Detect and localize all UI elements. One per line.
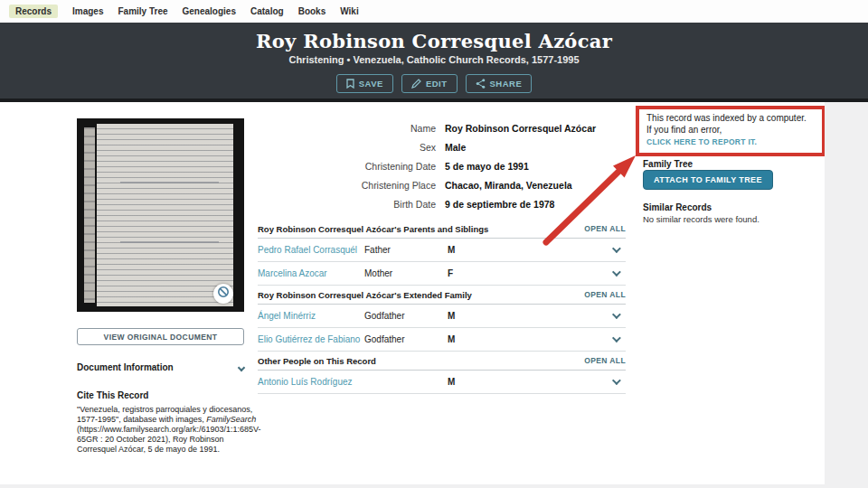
top-navigation: Records Images Family Tree Genealogies C… — [0, 0, 868, 23]
share-button[interactable]: SHARE — [466, 74, 533, 93]
report-error-link[interactable]: CLICK HERE TO REPORT IT. — [646, 137, 815, 146]
family-tree-heading: Family Tree — [643, 159, 693, 169]
detail-value: Roy Robinson Corresquel Azócar — [445, 123, 596, 134]
person-link[interactable]: Marcelina Azocar — [258, 268, 364, 278]
nav-books[interactable]: Books — [298, 6, 326, 16]
open-all-link[interactable]: OPEN ALL — [584, 356, 626, 365]
restricted-image-badge — [213, 284, 233, 304]
section-title: Roy Robinson Corresquel Azócar's Extende… — [258, 290, 472, 300]
document-information-toggle[interactable]: Document Information — [77, 362, 244, 372]
chevron-down-icon[interactable] — [612, 267, 621, 277]
person-role: Father — [364, 245, 448, 255]
share-button-label: SHARE — [490, 79, 523, 89]
citation-source-name: FamilySearch — [206, 415, 256, 424]
chevron-down-icon — [238, 363, 245, 371]
bookmark-icon — [346, 79, 354, 89]
family-row-other-person[interactable]: Antonio Luís Rodríguez M — [258, 371, 626, 394]
detail-row-birth-date: Birth Date 9 de septiembre de 1978 — [258, 194, 626, 213]
circle-slash-icon — [217, 286, 230, 302]
save-button[interactable]: SAVE — [336, 74, 393, 93]
view-original-document-button[interactable]: VIEW ORIGINAL DOCUMENT — [77, 328, 244, 345]
notice-text-line1: This record was indexed by a computer. — [646, 113, 815, 125]
citation-part2: (https://www.familysearch.org/ark:/61903… — [77, 425, 261, 454]
nav-records[interactable]: Records — [9, 5, 58, 18]
detail-row-christening-place: Christening Place Chacao, Miranda, Venez… — [258, 175, 626, 194]
person-link[interactable]: Ángel Minérriz — [258, 311, 364, 321]
detail-value: Chacao, Miranda, Venezuela — [445, 180, 572, 191]
detail-label: Name — [258, 123, 436, 134]
person-link[interactable]: Pedro Rafael Corrasquél — [258, 245, 364, 255]
person-role: Godfather — [364, 311, 448, 321]
nav-images[interactable]: Images — [72, 6, 103, 16]
entry-divider — [120, 182, 219, 183]
person-role: Mother — [364, 268, 448, 278]
section-header-extended-family: Roy Robinson Corresquel Azócar's Extende… — [258, 286, 626, 305]
person-role: Godfather — [364, 334, 448, 344]
pencil-icon — [411, 79, 421, 89]
family-row-godfather-2[interactable]: Elio Gutiérrez de Fabiano Godfather M — [258, 328, 626, 352]
person-sex: M — [448, 334, 455, 344]
nav-wiki[interactable]: Wiki — [340, 6, 358, 16]
chevron-down-icon[interactable] — [612, 310, 621, 319]
detail-value: Male — [445, 142, 466, 153]
citation-text: "Venezuela, registros parroquiales y dio… — [77, 405, 263, 455]
record-actions: SAVE EDIT SHARE — [0, 74, 868, 93]
detail-row-name: Name Roy Robinson Corresquel Azócar — [258, 118, 626, 137]
similar-records-empty-text: No similar records were found. — [643, 214, 760, 224]
detail-label: Christening Date — [258, 161, 436, 172]
chevron-down-icon[interactable] — [612, 376, 621, 385]
similar-records-heading: Similar Records — [643, 202, 712, 212]
book-spine-edge — [84, 127, 95, 303]
chevron-down-icon[interactable] — [612, 333, 621, 343]
detail-row-christening-date: Christening Date 5 de mayo de 1991 — [258, 156, 626, 175]
detail-label: Sex — [258, 142, 436, 153]
section-title: Roy Robinson Corresquel Azócar's Parents… — [258, 224, 488, 234]
detail-value: 5 de mayo de 1991 — [445, 161, 529, 172]
record-subtitle: Christening • Venezuela, Catholic Church… — [0, 54, 868, 65]
section-title: Other People on This Record — [258, 356, 376, 366]
page-background-rail — [825, 102, 868, 488]
document-information-label: Document Information — [77, 362, 174, 372]
person-sex: M — [448, 245, 455, 255]
edit-button[interactable]: EDIT — [401, 74, 458, 93]
person-link[interactable]: Elio Gutiérrez de Fabiano — [258, 334, 364, 344]
chevron-down-icon[interactable] — [612, 244, 621, 253]
edit-button-label: EDIT — [426, 79, 448, 89]
cite-this-record-heading: Cite This Record — [77, 390, 148, 400]
save-button-label: SAVE — [359, 79, 383, 89]
notice-text-line2: If you find an error, — [646, 125, 815, 136]
attach-to-family-tree-button[interactable]: ATTACH TO FAMILY TREE — [643, 170, 773, 190]
person-sex: M — [448, 311, 455, 321]
open-all-link[interactable]: OPEN ALL — [584, 290, 626, 299]
record-details: Name Roy Robinson Corresquel Azócar Sex … — [258, 118, 626, 213]
family-row-godfather-1[interactable]: Ángel Minérriz Godfather M — [258, 305, 626, 328]
nav-catalog[interactable]: Catalog — [250, 6, 284, 16]
person-link[interactable]: Antonio Luís Rodríguez — [258, 377, 364, 387]
detail-value: 9 de septiembre de 1978 — [445, 199, 554, 210]
entry-divider — [120, 241, 219, 243]
record-header: Roy Robinson Corresquel Azócar Christeni… — [0, 23, 868, 102]
person-sex: M — [448, 377, 455, 387]
family-members-panel: Roy Robinson Corresquel Azócar's Parents… — [258, 220, 626, 394]
person-sex: F — [448, 268, 453, 278]
register-page-image — [97, 124, 233, 306]
open-all-link[interactable]: OPEN ALL — [584, 224, 626, 233]
detail-label: Birth Date — [258, 199, 436, 210]
section-header-other-people: Other People on This Record OPEN ALL — [258, 352, 626, 371]
document-thumbnail[interactable] — [77, 118, 244, 312]
detail-row-sex: Sex Male — [258, 137, 626, 156]
nav-genealogies[interactable]: Genealogies — [183, 6, 236, 16]
indexed-by-computer-notice: This record was indexed by a computer. I… — [636, 106, 826, 156]
share-icon — [476, 79, 486, 89]
family-row-father[interactable]: Pedro Rafael Corrasquél Father M — [258, 239, 626, 262]
family-row-mother[interactable]: Marcelina Azocar Mother F — [258, 262, 626, 286]
detail-label: Christening Place — [258, 180, 436, 191]
section-header-parents: Roy Robinson Corresquel Azócar's Parents… — [258, 220, 626, 239]
page-bottom-edge — [0, 484, 868, 488]
page-title: Roy Robinson Corresquel Azócar — [0, 23, 868, 52]
nav-family-tree[interactable]: Family Tree — [118, 6, 167, 16]
